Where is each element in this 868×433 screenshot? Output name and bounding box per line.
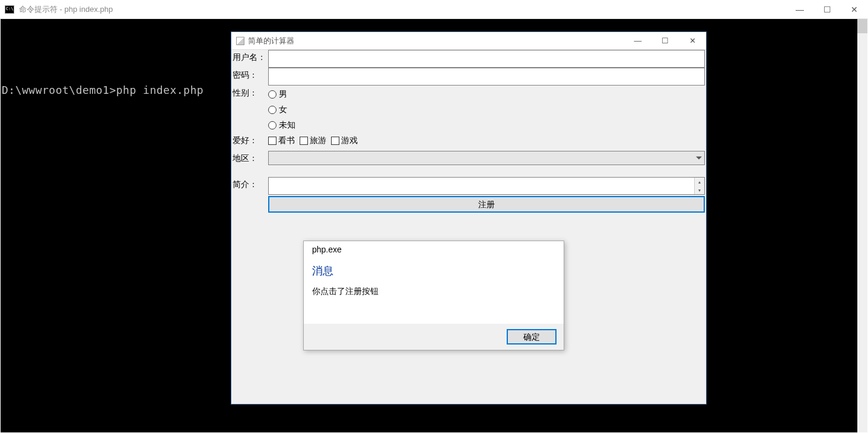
gender-radio-unknown[interactable]: 未知 [268,118,705,133]
radio-icon [268,106,276,114]
chevron-down-icon [696,157,702,160]
username-input[interactable] [268,50,705,68]
gender-row: 性别： 男 女 未知 [231,86,706,133]
hobby-checkbox-travel[interactable]: 旅游 [300,135,326,146]
maximize-button[interactable]: ☐ [813,0,841,18]
spinner-down-icon[interactable]: ▾ [695,186,704,194]
checkbox-icon [300,137,308,145]
bio-row: 简介： ▴ ▾ [231,177,706,195]
form-body: 用户名： 密码： 性别： 男 女 未知 [231,50,706,213]
radio-icon [268,90,276,99]
radio-label: 女 [279,105,287,115]
checkbox-icon [268,137,276,145]
password-label: 密码： [231,68,268,81]
app-title-text: 简单的计算器 [248,36,294,46]
cmd-titlebar[interactable]: 命令提示符 - php index.php — ☐ ✕ [0,0,868,19]
cmd-scrollbar[interactable] [857,19,867,432]
username-label: 用户名： [231,50,268,63]
register-button[interactable]: 注册 [268,196,705,213]
app-window-controls: — ☐ ✕ [624,32,706,49]
hobby-checkbox-reading[interactable]: 看书 [268,135,295,146]
submit-row: 注册 [231,195,706,213]
region-combobox[interactable] [268,151,705,165]
dialog-heading: 消息 [304,259,564,278]
app-icon [236,37,244,45]
password-input[interactable] [268,68,705,86]
hobby-row: 爱好： 看书 旅游 游戏 [231,133,706,151]
radio-label: 未知 [279,120,295,131]
cmd-title-text: 命令提示符 - php index.php [19,4,113,15]
hobby-checkbox-game[interactable]: 游戏 [331,135,358,146]
gender-radio-female[interactable]: 女 [268,102,705,118]
message-dialog: php.exe 消息 你点击了注册按钮 确定 [303,241,564,350]
dialog-footer: 确定 [304,324,564,350]
checkbox-label: 旅游 [310,135,326,146]
app-minimize-button[interactable]: — [624,32,651,49]
hobby-label: 爱好： [231,133,268,146]
app-titlebar[interactable]: 简单的计算器 — ☐ ✕ [231,32,706,50]
bio-label: 简介： [231,177,268,190]
gender-radio-male[interactable]: 男 [268,87,705,102]
checkbox-label: 游戏 [341,135,358,146]
region-row: 地区： [231,151,706,169]
dialog-title: php.exe [304,241,564,259]
dialog-message: 你点击了注册按钮 [304,278,564,297]
cmd-icon [5,5,14,14]
checkbox-icon [331,137,339,145]
bio-textarea[interactable]: ▴ ▾ [268,177,705,195]
cmd-scroll-thumb[interactable] [857,19,867,33]
close-button[interactable]: ✕ [841,0,868,18]
radio-label: 男 [279,89,287,100]
spinner-up-icon[interactable]: ▴ [695,178,704,186]
username-row: 用户名： [231,50,706,68]
radio-icon [268,121,276,129]
password-row: 密码： [231,68,706,86]
minimize-button[interactable]: — [786,0,813,18]
checkbox-label: 看书 [278,135,295,146]
textarea-spinner: ▴ ▾ [694,178,704,194]
app-maximize-button[interactable]: ☐ [651,32,679,49]
gender-label: 性别： [231,86,268,99]
region-label: 地区： [231,151,268,164]
app-close-button[interactable]: ✕ [679,32,706,49]
dialog-ok-button[interactable]: 确定 [507,329,557,344]
cmd-window-controls: — ☐ ✕ [786,0,868,18]
